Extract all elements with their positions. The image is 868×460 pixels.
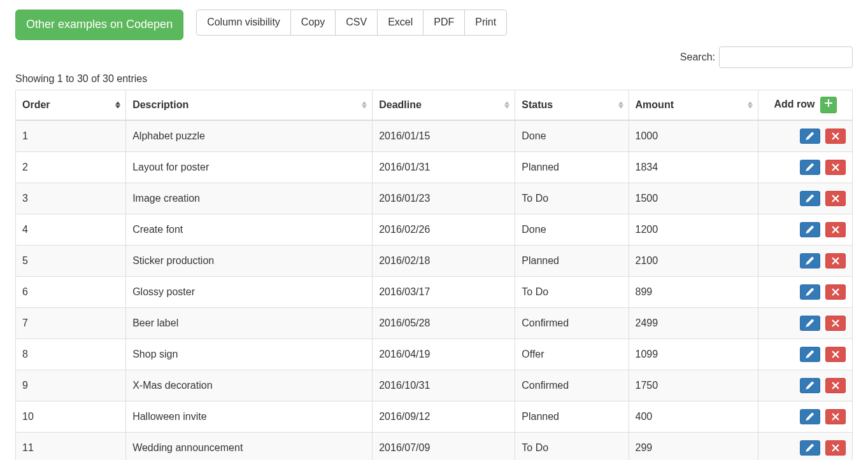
delete-button[interactable] [825,347,846,362]
column-header-add-row: Add row [758,90,853,120]
cell-deadline: 2016/02/26 [373,214,515,245]
remove-icon [831,350,840,359]
delete-button[interactable] [825,284,846,300]
add-row-label: Add row [774,99,815,109]
edit-button[interactable] [800,347,820,362]
table-row: 5Sticker production2016/02/18Planned2100 [16,245,853,276]
remove-icon [831,132,840,141]
cell-order: 11 [16,432,126,460]
cell-description: Create font [126,214,373,245]
cell-description: Beer label [126,307,373,338]
edit-button[interactable] [800,440,820,456]
table-row: 7Beer label2016/05/28Confirmed2499 [16,307,853,338]
table-row: 3Image creation2016/01/23To Do1500 [16,183,853,214]
plus-icon [824,99,833,108]
table-row: 11Wedding announcement2016/07/09To Do299 [16,432,853,460]
pencil-icon [806,319,815,328]
cell-deadline: 2016/04/19 [373,338,515,370]
sort-icon [115,101,120,108]
delete-button[interactable] [825,160,846,175]
pdf-button[interactable]: PDF [423,10,465,36]
cell-amount: 299 [629,432,758,460]
edit-button[interactable] [800,409,820,424]
edit-button[interactable] [800,222,820,237]
edit-button[interactable] [800,160,820,175]
entries-info: Showing 1 to 30 of 30 entries [15,73,853,85]
cell-order: 9 [16,370,126,401]
column-visibility-button[interactable]: Column visibility [196,10,291,36]
cell-actions [758,245,853,276]
remove-icon [831,194,840,203]
table-row: 6Glossy poster2016/03/17To Do899 [16,276,853,307]
remove-icon [831,288,840,296]
cell-description: Glossy poster [126,276,373,307]
cell-amount: 1750 [629,370,758,401]
cell-status: Done [515,214,629,245]
pencil-icon [806,443,815,452]
cell-actions [758,214,853,245]
cell-status: Planned [515,401,629,432]
column-header-description-label: Description [132,99,189,110]
cell-amount: 899 [629,276,758,307]
cell-deadline: 2016/10/31 [373,370,515,401]
search-input[interactable] [719,46,853,68]
cell-actions [758,276,853,307]
cell-amount: 400 [629,401,758,432]
column-header-description[interactable]: Description [126,90,373,120]
cell-amount: 1500 [629,183,758,214]
cell-description: Alphabet puzzle [126,120,373,152]
table-row: 9X-Mas decoration2016/10/31Confirmed1750 [16,370,853,401]
remove-icon [831,319,840,328]
cell-order: 10 [16,401,126,432]
column-header-order[interactable]: Order [16,90,126,120]
cell-deadline: 2016/05/28 [373,307,515,338]
cell-deadline: 2016/07/09 [373,432,515,460]
search-label: Search: [680,46,853,68]
delete-button[interactable] [825,378,846,393]
cell-description: Image creation [126,183,373,214]
cell-actions [758,307,853,338]
pencil-icon [806,381,815,390]
cell-order: 8 [16,338,126,370]
edit-button[interactable] [800,129,820,144]
cell-amount: 1000 [629,120,758,152]
delete-button[interactable] [825,129,846,144]
column-header-deadline[interactable]: Deadline [373,90,515,120]
delete-button[interactable] [825,440,846,456]
export-button-group: Column visibility Copy CSV Excel PDF Pri… [196,10,507,36]
add-row-button[interactable] [820,97,837,113]
cell-status: Offer [515,338,629,370]
codepen-examples-button[interactable]: Other examples on Codepen [15,10,183,40]
cell-status: Planned [515,151,629,183]
column-header-amount[interactable]: Amount [629,90,758,120]
cell-status: To Do [515,432,629,460]
edit-button[interactable] [800,378,820,393]
cell-order: 6 [16,276,126,307]
table-row: 2Layout for poster2016/01/31Planned1834 [16,151,853,183]
column-header-status[interactable]: Status [515,90,629,120]
delete-button[interactable] [825,191,846,206]
csv-button[interactable]: CSV [335,10,378,36]
edit-button[interactable] [800,253,820,268]
edit-button[interactable] [800,316,820,331]
cell-amount: 2100 [629,245,758,276]
cell-status: Planned [515,245,629,276]
svg-rect-1 [825,102,832,104]
delete-button[interactable] [825,409,846,424]
print-button[interactable]: Print [464,10,507,36]
cell-deadline: 2016/02/18 [373,245,515,276]
remove-icon [831,443,840,452]
remove-icon [831,412,840,421]
cell-actions [758,120,853,152]
delete-button[interactable] [825,253,846,268]
edit-button[interactable] [800,191,820,206]
delete-button[interactable] [825,316,846,331]
delete-button[interactable] [825,222,846,237]
copy-button[interactable]: Copy [290,10,336,36]
remove-icon [831,163,840,172]
pencil-icon [806,256,815,265]
cell-order: 1 [16,120,126,152]
edit-button[interactable] [800,284,820,300]
excel-button[interactable]: Excel [377,10,423,36]
sort-icon [504,101,509,108]
